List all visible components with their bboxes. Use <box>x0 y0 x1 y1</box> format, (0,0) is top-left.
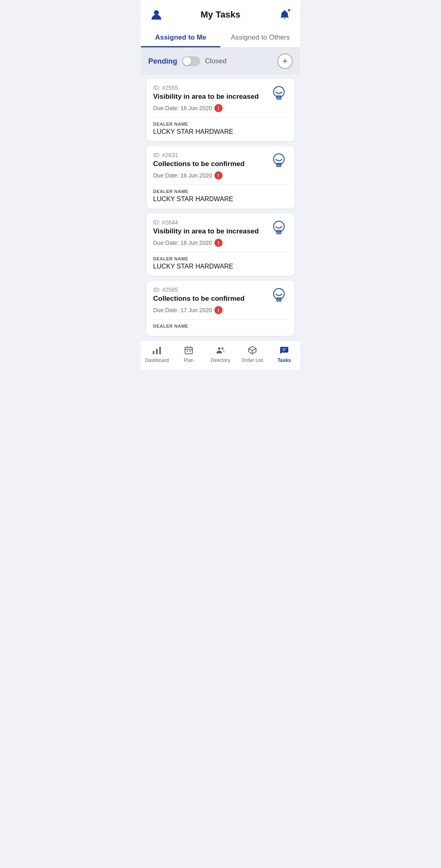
task-id: ID: #2631 <box>153 152 266 158</box>
chat-icon <box>278 344 290 356</box>
task-info: ID: #2585 Collections to be confirmed Du… <box>153 286 266 314</box>
svg-rect-24 <box>187 351 188 352</box>
task-id: ID: #2644 <box>153 219 266 226</box>
tab-assigned-to-me[interactable]: Assigned to Me <box>141 28 220 47</box>
nav-directory-label: Directory <box>211 357 230 363</box>
task-top: ID: #2565 Visibility in area to be incre… <box>147 79 294 117</box>
task-title: Visibility in area to be increased <box>153 93 266 101</box>
dealer-name: LUCKY STAR HARDWARE <box>153 128 288 135</box>
task-top: ID: #2631 Collections to be confirmed Du… <box>147 146 294 184</box>
dealer-label: DEALER NAME <box>153 256 288 261</box>
task-dealer: DEALER NAME LUCKY STAR HARDWARE <box>147 118 294 141</box>
task-title: Collections to be confirmed <box>153 295 266 303</box>
nav-tasks-label: Tasks <box>277 357 291 363</box>
nav-directory[interactable]: Directory <box>205 344 236 363</box>
alert-icon: ! <box>214 171 223 180</box>
notification-bell[interactable] <box>277 7 292 22</box>
dealer-label: DEALER NAME <box>153 324 288 329</box>
task-title: Collections to be confirmed <box>153 160 266 168</box>
bar-chart-icon <box>151 344 163 356</box>
svg-point-0 <box>154 10 159 15</box>
task-card[interactable]: ID: #2565 Visibility in area to be incre… <box>147 79 294 141</box>
avatar-icon[interactable] <box>149 7 164 22</box>
task-info: ID: #2565 Visibility in area to be incre… <box>153 84 266 112</box>
task-card[interactable]: ID: #2585 Collections to be confirmed Du… <box>147 281 294 336</box>
nav-tasks[interactable]: Tasks <box>268 344 300 363</box>
task-top: ID: #2644 Visibility in area to be incre… <box>147 213 294 252</box>
toggle-thumb <box>183 57 191 65</box>
task-top: ID: #2585 Collections to be confirmed Du… <box>147 281 294 319</box>
task-id: ID: #2565 <box>153 84 266 91</box>
svg-rect-20 <box>185 347 192 354</box>
nav-plan-label: Plan <box>184 357 194 363</box>
alert-icon: ! <box>214 104 223 112</box>
task-card[interactable]: ID: #2631 Collections to be confirmed Du… <box>147 146 294 209</box>
task-due: Due Date: 16 Jun 2020 ! <box>153 239 266 247</box>
task-due: Due Date: 17 Jun 2020 ! <box>153 306 266 314</box>
task-list: ID: #2565 Visibility in area to be incre… <box>141 75 300 340</box>
task-due: Due Date: 16 Jun 2020 ! <box>153 104 266 112</box>
task-type-icon <box>270 286 288 304</box>
page-title: My Tasks <box>200 9 240 20</box>
svg-point-27 <box>222 348 224 350</box>
task-info: ID: #2644 Visibility in area to be incre… <box>153 219 266 247</box>
filter-bar: Pending Closed + <box>141 48 300 75</box>
svg-rect-25 <box>189 351 191 352</box>
nav-dashboard[interactable]: Dashboard <box>141 344 173 363</box>
closed-label: Closed <box>205 57 227 65</box>
dealer-name: LUCKY STAR HARDWARE <box>153 195 288 203</box>
task-type-icon <box>270 84 288 102</box>
add-button[interactable]: + <box>277 53 293 69</box>
task-type-icon <box>270 152 288 170</box>
dealer-label: DEALER NAME <box>153 122 288 127</box>
task-dealer: DEALER NAME LUCKY STAR HARDWARE <box>147 185 294 209</box>
pending-label: Pending <box>148 57 177 66</box>
filter-left: Pending Closed <box>148 56 227 66</box>
task-info: ID: #2631 Collections to be confirmed Du… <box>153 152 266 180</box>
pending-closed-toggle[interactable] <box>182 56 200 66</box>
task-due: Due Date: 16 Jun 2020 ! <box>153 171 266 180</box>
nav-plan[interactable]: Plan <box>173 344 205 363</box>
bottom-nav: Dashboard Plan Directory <box>141 340 300 370</box>
task-type-icon <box>270 219 288 237</box>
alert-icon: ! <box>214 306 223 314</box>
nav-dashboard-label: Dashboard <box>145 357 169 363</box>
dealer-label: DEALER NAME <box>153 189 288 194</box>
svg-rect-19 <box>159 347 161 354</box>
tab-assigned-to-others[interactable]: Assigned to Others <box>220 28 300 47</box>
nav-order-list[interactable]: Order List <box>236 344 268 363</box>
nav-order-list-label: Order List <box>242 357 263 363</box>
people-icon <box>215 344 226 356</box>
header: My Tasks <box>141 0 300 28</box>
tabs-bar: Assigned to Me Assigned to Others <box>141 28 300 48</box>
task-dealer: DEALER NAME LUCKY STAR HARDWARE <box>147 252 294 276</box>
notification-badge <box>287 8 291 12</box>
dealer-name: LUCKY STAR HARDWARE <box>153 263 288 270</box>
svg-rect-18 <box>156 349 158 354</box>
alert-icon: ! <box>214 239 223 247</box>
box-icon <box>247 344 258 356</box>
task-card[interactable]: ID: #2644 Visibility in area to be incre… <box>147 213 294 276</box>
task-id: ID: #2585 <box>153 286 266 293</box>
svg-point-26 <box>218 347 220 350</box>
task-dealer: DEALER NAME <box>147 320 294 336</box>
calendar-icon <box>183 344 194 356</box>
svg-rect-17 <box>153 351 154 354</box>
task-title: Visibility in area to be increased <box>153 227 266 235</box>
